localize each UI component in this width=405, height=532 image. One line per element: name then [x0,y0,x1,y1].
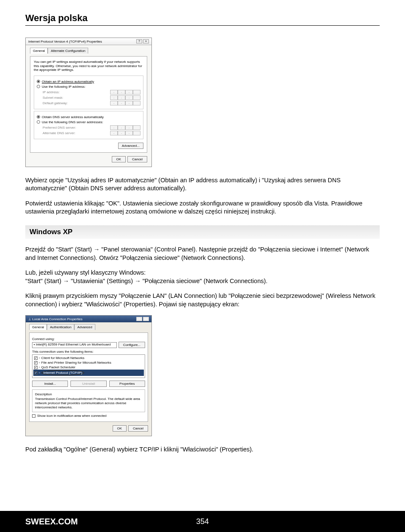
tab-general[interactable]: General [29,324,47,330]
dialog-title: Local Area Connection Properties [32,317,82,321]
help-icon[interactable]: ? [136,39,142,43]
list-item[interactable]: QoS Packet Scheduler [41,365,76,369]
protocol-icon: ▫ [39,371,40,375]
paragraph: Kliknij prawym przyciskiem myszy "Połącz… [25,292,380,308]
help-icon[interactable]: ? [136,317,142,321]
list-item-tcpip[interactable]: Internet Protocol (TCP/IP) [41,370,84,375]
checkbox-icon[interactable] [34,366,38,369]
label-gateway: Default gateway: [43,101,68,105]
paragraph: Wybierz opcje "Uzyskaj adres IP automaty… [25,176,380,193]
checkbox-label: Show icon in notification area when conn… [37,414,107,418]
label-connect-using: Connect using: [32,337,145,341]
share-icon: ▫ [39,361,40,365]
paragraph: Przejdź do "Start" (Start) → "Panel ster… [25,246,380,262]
tab-authentication[interactable]: Authentication [47,324,74,330]
close-icon[interactable]: × [143,39,149,43]
ipv4-properties-dialog: Internet Protocol Version 4 (TCP/IPv4) P… [25,38,152,167]
dialog-titlebar: ⊥ Local Area Connection Properties ? × [26,316,151,322]
list-item[interactable]: File and Printer Sharing for Microsoft N… [41,361,111,365]
radio-icon [37,115,40,119]
paragraph: Lub, jeżeli używany styl klasyczny Windo… [25,269,380,285]
label-description: Description [35,392,142,396]
tabs: General Alternate Configuration [30,48,147,54]
dialog-titlebar: Internet Protocol Version 4 (TCP/IPv4) P… [26,38,151,45]
cancel-button[interactable]: Cancel [128,425,148,432]
dialog-title: Internet Protocol Version 4 (TCP/IPv4) P… [28,40,102,43]
network-icon: ⊥ [28,317,32,321]
label-pref-dns: Preferred DNS server: [43,126,76,130]
arrow-icon: → [63,278,69,284]
install-button[interactable]: Install... [32,381,68,387]
tab-advanced[interactable]: Advanced [74,324,95,330]
title-rule [25,25,380,26]
client-icon: ▫ [39,356,40,360]
label-subnet: Subnet mask: [43,96,63,100]
label-connection-items: This connection uses the following items… [32,350,145,354]
label-ip: IP address: [43,90,59,94]
advanced-button[interactable]: Advanced... [118,143,143,149]
close-icon[interactable]: × [143,317,149,321]
page-number: 354 [196,517,209,526]
radio-label: Obtain an IP address automatically [42,80,94,84]
description-text: Transmission Control Protocol/Internet P… [35,397,142,409]
arrow-icon: → [135,278,141,284]
radio-icon [37,85,40,88]
section-heading-xp: Windows XP [25,225,380,239]
page-title: Wersja polska [25,13,380,24]
list-item[interactable]: Client for Microsoft Networks [41,356,84,360]
checkbox-icon [32,414,35,418]
tab-general[interactable]: General [30,48,48,54]
arrow-icon: → [94,246,100,253]
properties-button[interactable]: Properties [109,381,145,387]
checkbox-icon[interactable] [34,361,38,365]
page-footer: SWEEX.COM 354 [0,511,405,532]
radio-label: Obtain DNS server address automatically [42,115,104,119]
radio-obtain-dns[interactable]: Obtain DNS server address automatically [37,115,140,119]
checkbox-icon[interactable] [34,356,38,360]
label-alt-dns: Alternate DNS server: [43,131,76,135]
ok-button[interactable]: OK [112,156,126,162]
radio-icon [37,120,40,124]
radio-obtain-ip[interactable]: Obtain an IP address automatically [37,80,140,84]
cancel-button[interactable]: Cancel [127,156,147,162]
lan-properties-dialog: ⊥ Local Area Connection Properties ? × G… [25,315,152,436]
adapter-field: ▪ Intel(R) 82559 Fast Ethernet LAN on Mo… [32,342,117,348]
qos-icon: ▫ [39,365,40,369]
ok-button[interactable]: OK [113,425,127,432]
radio-use-ip[interactable]: Use the following IP address: [37,85,140,89]
configure-button[interactable]: Configure... [119,342,145,348]
footer-brand: SWEEX.COM [25,517,78,527]
radio-icon [37,80,40,83]
radio-label: Use the following IP address: [42,85,85,89]
uninstall-button: Uninstall [70,381,106,387]
tab-alternate[interactable]: Alternate Configuration [48,48,88,54]
checkbox-show-icon[interactable]: Show icon in notification area when conn… [32,414,145,418]
dialog-desc: You can get IP settings assigned automat… [34,60,143,72]
paragraph: Potwierdź ustawienia klikając "OK". Usta… [25,200,380,216]
paragraph: Pod zakładką "Ogólne" (General) wybierz … [25,446,380,454]
radio-label: Use the following DNS server addresses: [42,120,103,124]
items-list[interactable]: ▫Client for Microsoft Networks ▫File and… [32,354,145,378]
checkbox-icon[interactable] [34,371,38,375]
radio-use-dns[interactable]: Use the following DNS server addresses: [37,120,140,124]
